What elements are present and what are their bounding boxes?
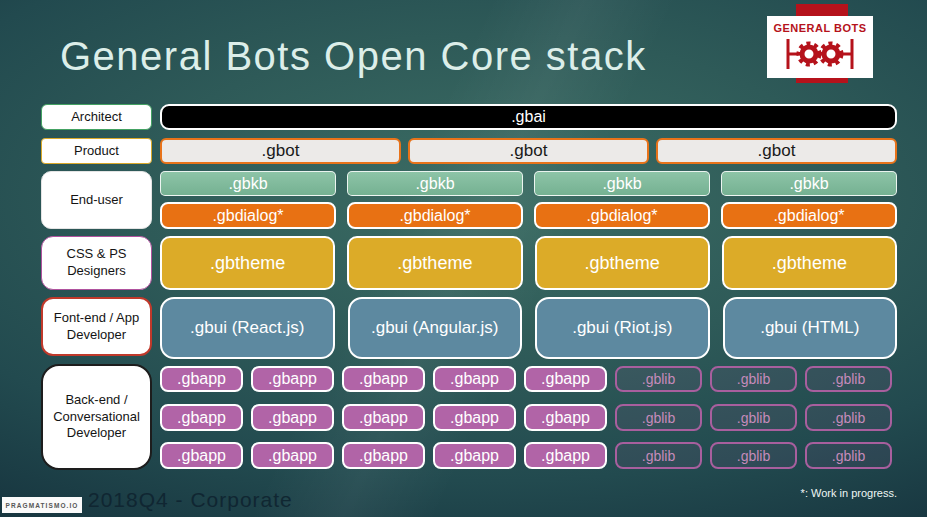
- role-label-text: End-user: [70, 192, 123, 209]
- gbkb-box: .gbkb: [347, 171, 523, 196]
- row-backend-1: .gbapp .gbapp .gbapp .gbapp .gbapp .gbli…: [160, 366, 897, 392]
- gbtheme-box: .gbtheme: [535, 236, 710, 290]
- row-gbdialog: .gbdialog* .gbdialog* .gbdialog* .gbdial…: [160, 202, 897, 229]
- gbdialog-box: .gbdialog*: [534, 202, 710, 229]
- role-label-frontend: Font-end / App Developer: [41, 297, 152, 356]
- gblib-box: .gblib: [615, 404, 702, 431]
- gblib-box: .gblib: [710, 404, 797, 431]
- gblib-box: .gblib: [805, 366, 892, 392]
- gbui-box: .gbui (React.js): [160, 297, 335, 359]
- gbapp-box: .gbapp: [251, 366, 334, 392]
- gbui-box: .gbui (Angular.js): [348, 297, 523, 359]
- gbkb-box: .gbkb: [721, 171, 897, 196]
- role-label-line: Developer: [67, 327, 126, 344]
- gbapp-box: .gbapp: [251, 404, 334, 431]
- page-title: General Bots Open Core stack: [60, 34, 647, 79]
- role-label-designers: CSS & PS Designers: [41, 236, 152, 290]
- gbui-box: .gbui (HTML): [723, 297, 898, 359]
- gbapp-box: .gbapp: [160, 366, 243, 392]
- gbui-box: .gbui (Riot.js): [535, 297, 710, 359]
- role-label-architect: Architect: [41, 104, 152, 130]
- gbapp-box: .gbapp: [160, 442, 243, 469]
- role-label-end-user: End-user: [41, 171, 152, 229]
- row-gbot: .gbot .gbot .gbot: [160, 138, 897, 164]
- role-label-line: Conversational: [53, 409, 140, 426]
- role-label-line: Designers: [67, 263, 126, 280]
- gblib-box: .gblib: [615, 366, 702, 392]
- role-label-text: Architect: [71, 109, 122, 126]
- gbapp-box: .gbapp: [251, 442, 334, 469]
- role-label-line: Back-end /: [65, 392, 127, 409]
- row-gbui: .gbui (React.js) .gbui (Angular.js) .gbu…: [160, 297, 897, 359]
- gbdialog-box: .gbdialog*: [160, 202, 336, 229]
- role-label-line: Developer: [67, 425, 126, 442]
- gbdialog-box: .gbdialog*: [721, 202, 897, 229]
- gbapp-box: .gbapp: [433, 404, 516, 431]
- gbapp-box: .gbapp: [342, 366, 425, 392]
- gbapp-box: .gbapp: [433, 366, 516, 392]
- general-bots-logo: GENERAL BOTS: [767, 16, 873, 78]
- gears-icon: [782, 36, 858, 72]
- role-label-line: CSS & PS: [67, 246, 127, 263]
- gbapp-box: .gbapp: [342, 404, 425, 431]
- gbtheme-box: .gbtheme: [160, 236, 335, 290]
- gbot-box: .gbot: [160, 138, 401, 164]
- role-label-product: Product: [41, 138, 152, 164]
- row-backend-3: .gbapp .gbapp .gbapp .gbapp .gbapp .gbli…: [160, 442, 897, 469]
- gbdialog-box: .gbdialog*: [347, 202, 523, 229]
- gblib-box: .gblib: [710, 442, 797, 469]
- gblib-box: .gblib: [805, 404, 892, 431]
- gbapp-box: .gbapp: [524, 404, 607, 431]
- gblib-box: .gblib: [615, 442, 702, 469]
- row-gbtheme: .gbtheme .gbtheme .gbtheme .gbtheme: [160, 236, 897, 290]
- gbapp-box: .gbapp: [524, 442, 607, 469]
- gbapp-box: .gbapp: [160, 404, 243, 431]
- gbkb-box: .gbkb: [160, 171, 336, 196]
- gbapp-box: .gbapp: [342, 442, 425, 469]
- footer-caption: 2018Q4 - Corporate: [88, 488, 293, 512]
- work-in-progress-footnote: *: Work in progress.: [801, 487, 897, 499]
- gbot-box: .gbot: [656, 138, 897, 164]
- row-gbai: .gbai: [160, 104, 897, 130]
- logo-brand-text: GENERAL BOTS: [773, 22, 866, 34]
- gbkb-box: .gbkb: [534, 171, 710, 196]
- row-backend-2: .gbapp .gbapp .gbapp .gbapp .gbapp .gbli…: [160, 404, 897, 431]
- gbot-box: .gbot: [408, 138, 649, 164]
- role-label-line: Font-end / App: [54, 310, 139, 327]
- gbai-box: .gbai: [160, 104, 897, 130]
- row-gbkb: .gbkb .gbkb .gbkb .gbkb: [160, 171, 897, 196]
- gbapp-box: .gbapp: [433, 442, 516, 469]
- pragmatismo-badge: PRAGMATISMO.IO: [2, 497, 82, 513]
- gblib-box: .gblib: [805, 442, 892, 469]
- slide-canvas: General Bots Open Core stack GENERAL BOT…: [0, 0, 927, 517]
- gbtheme-box: .gbtheme: [722, 236, 897, 290]
- gblib-box: .gblib: [710, 366, 797, 392]
- gbapp-box: .gbapp: [524, 366, 607, 392]
- gbtheme-box: .gbtheme: [347, 236, 522, 290]
- role-label-backend: Back-end / Conversational Developer: [41, 364, 152, 470]
- role-label-text: Product: [74, 143, 119, 160]
